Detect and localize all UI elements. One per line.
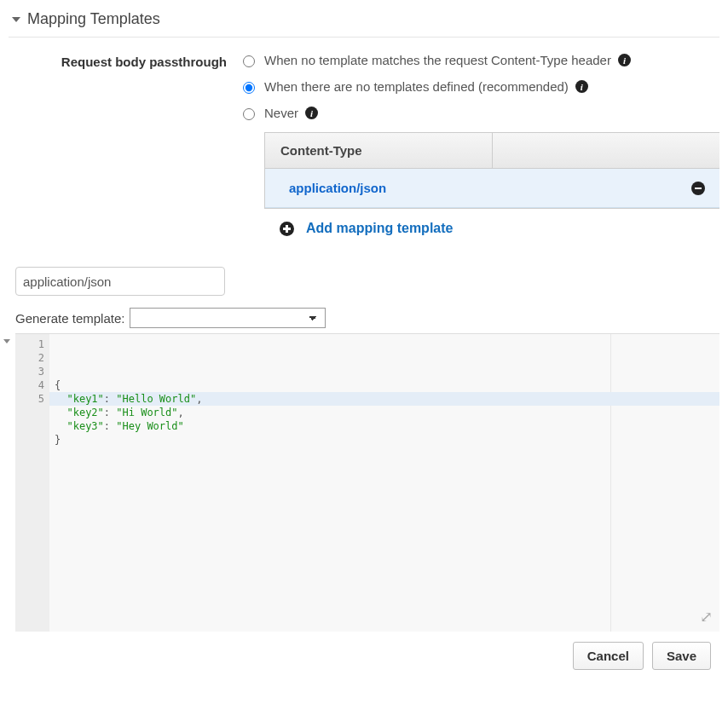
content-type-table: Content-Type application/json — [264, 132, 719, 209]
content-type-row[interactable]: application/json — [265, 169, 719, 208]
passthrough-option-label: Never — [264, 106, 298, 120]
passthrough-label: Request body passthrough — [9, 53, 239, 69]
passthrough-option[interactable]: Neveri — [239, 106, 719, 120]
generate-template-select[interactable] — [130, 308, 326, 328]
passthrough-option[interactable]: When there are no templates defined (rec… — [239, 79, 719, 94]
footer-actions: Cancel Save — [9, 642, 719, 670]
minus-circle-icon — [691, 182, 705, 195]
passthrough-radio[interactable] — [243, 108, 255, 120]
generate-template-row: Generate template: — [15, 308, 719, 328]
content-type-input[interactable] — [15, 267, 225, 296]
content-type-header: Content-Type — [265, 133, 493, 168]
save-button[interactable]: Save — [652, 642, 711, 670]
plus-circle-icon — [280, 222, 294, 236]
passthrough-radio[interactable] — [243, 55, 255, 67]
passthrough-option-label: When there are no templates defined (rec… — [264, 79, 569, 94]
content-type-value[interactable]: application/json — [265, 169, 677, 207]
generate-template-label: Generate template: — [15, 311, 124, 326]
passthrough-radio[interactable] — [243, 82, 255, 94]
passthrough-option[interactable]: When no template matches the request Con… — [239, 53, 719, 67]
section-title: Mapping Templates — [27, 10, 160, 28]
caret-down-icon — [12, 17, 20, 22]
passthrough-radio-group: When no template matches the request Con… — [239, 53, 719, 132]
cancel-button[interactable]: Cancel — [573, 642, 644, 670]
resize-icon[interactable]: ⤢ — [700, 608, 713, 626]
info-icon[interactable]: i — [305, 107, 318, 119]
template-editor[interactable]: 12345 { "key1": "Hello World", "key2": "… — [15, 333, 719, 632]
passthrough-option-label: When no template matches the request Con… — [264, 53, 611, 67]
content-type-header-action — [493, 133, 719, 168]
section-header[interactable]: Mapping Templates — [9, 7, 719, 38]
editor-gutter: 12345 — [15, 334, 49, 632]
info-icon[interactable]: i — [575, 80, 588, 93]
content-type-remove[interactable] — [677, 169, 719, 207]
info-icon[interactable]: i — [618, 54, 631, 66]
editor-code[interactable]: { "key1": "Hello World", "key2": "Hi Wor… — [49, 334, 719, 632]
content-type-header-row: Content-Type — [265, 133, 719, 169]
passthrough-block: Request body passthrough When no templat… — [9, 53, 719, 132]
add-mapping-template-row[interactable]: Add mapping template — [264, 209, 719, 241]
add-mapping-template-link[interactable]: Add mapping template — [306, 221, 453, 236]
